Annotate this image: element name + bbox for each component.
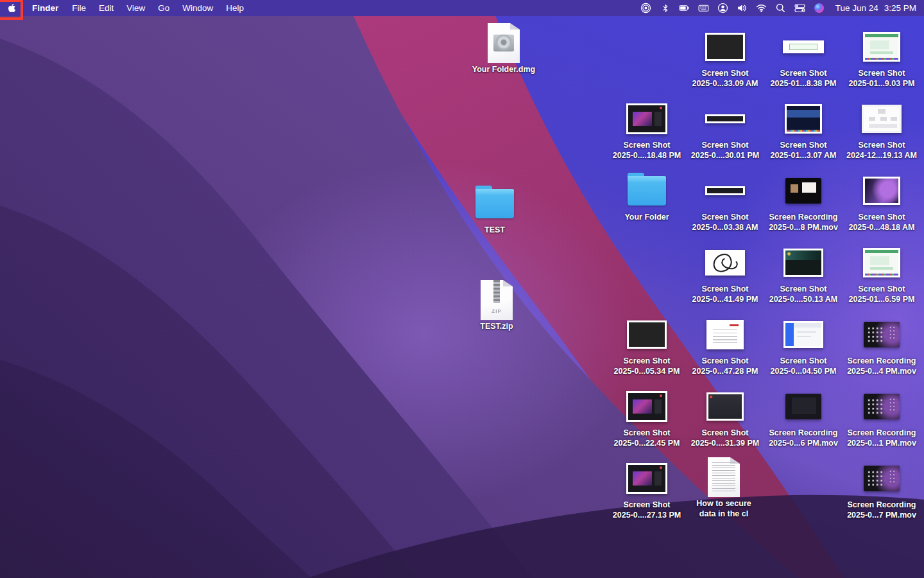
file-label: Screen Shot2025-0...22.45 PM (614, 428, 680, 448)
file-thumbnail (863, 171, 900, 211)
menu-item-view[interactable]: View (120, 0, 151, 16)
desktop-icon[interactable]: Screen Recording2025-0...4 PM.mov (841, 315, 922, 376)
file-thumbnail (864, 387, 900, 426)
file-thumbnail (626, 99, 667, 139)
clock-time: 3:25 PM (884, 3, 916, 13)
file-label: Your Folder (624, 213, 669, 223)
desktop-icon[interactable]: Screen Shot2025-01...3.07 AM (763, 99, 844, 161)
desktop-icon[interactable]: Your Folder (606, 171, 687, 223)
file-thumbnail (783, 243, 823, 283)
file-thumbnail (628, 171, 666, 211)
file-thumbnail-art (626, 463, 667, 494)
desktop-icon[interactable]: TEST (454, 184, 535, 236)
battery-icon[interactable] (675, 0, 694, 16)
file-thumbnail (705, 243, 745, 283)
file-label: Screen Shot2025-0....18.48 PM (613, 141, 681, 161)
siri-icon[interactable] (810, 0, 829, 16)
file-thumbnail (488, 23, 520, 63)
desktop-icon[interactable]: Screen Shot2025-0...41.49 PM (685, 243, 766, 304)
file-thumbnail-art (785, 394, 821, 419)
menu-bar: Finder File Edit View Go Window Help (0, 0, 924, 16)
file-label: Screen Shot2025-0...47.28 PM (692, 356, 758, 376)
file-thumbnail-art (862, 105, 902, 133)
spotlight-search-icon[interactable] (771, 0, 791, 16)
file-thumbnail (864, 315, 900, 355)
desktop-icon[interactable]: Screen Shot2025-0....50.13 AM (763, 243, 844, 304)
file-thumbnail (863, 243, 900, 283)
file-label: Screen Shot2025-01...9.03 PM (849, 69, 915, 89)
airplay-icon[interactable] (637, 0, 656, 16)
control-center-icon[interactable] (791, 0, 810, 16)
desktop-icon[interactable]: Screen Shot2025-0...05.34 PM (606, 315, 687, 376)
file-label: Screen Shot2025-0...03.38 AM (692, 213, 758, 232)
file-thumbnail-art (626, 391, 667, 422)
file-label: Screen Shot2025-01...8.38 PM (771, 69, 837, 89)
keyboard-input-icon[interactable] (694, 0, 714, 16)
desktop-icon[interactable]: Your Folder.dmg (463, 23, 544, 75)
file-label: Screen Shot2025-0...05.34 PM (614, 356, 680, 376)
file-thumbnail-art (705, 186, 745, 195)
file-label: TEST.zip (480, 322, 513, 332)
desktop-icon[interactable]: Screen Recording2025-0...8 PM.mov (763, 171, 844, 232)
file-label: Screen Shot2025-0...04.50 PM (771, 356, 837, 376)
desktop-icon[interactable]: Screen Shot2025-01...9.03 PM (841, 27, 922, 89)
file-label: Screen Shot2025-0....30.01 PM (691, 141, 759, 161)
menu-item-window[interactable]: Window (176, 0, 219, 16)
file-thumbnail-art (706, 392, 744, 421)
menu-item-help[interactable]: Help (219, 0, 250, 16)
file-thumbnail (626, 387, 667, 426)
desktop-icon[interactable]: Screen Shot2025-0....31.39 PM (685, 387, 766, 448)
desktop-icon[interactable]: Screen Shot2025-0....30.01 PM (685, 99, 766, 161)
file-label: Screen Recording2025-0...1 PM.mov (847, 428, 916, 448)
volume-icon[interactable] (733, 0, 752, 16)
file-label: Screen Shot2025-0....50.13 AM (769, 285, 838, 304)
menu-bar-clock[interactable]: Tue Jun 24 3:25 PM (835, 3, 916, 13)
file-thumbnail: ZIP (481, 280, 513, 320)
desktop-icon[interactable]: Screen Shot2024-12...19.13 AM (841, 99, 922, 161)
desktop-icon[interactable]: Screen Recording2025-0...7 PM.mov (841, 459, 922, 520)
file-thumbnail (708, 457, 740, 497)
file-thumbnail (705, 171, 745, 211)
desktop-icon[interactable]: Screen Shot2025-0....18.48 PM (606, 99, 687, 161)
user-switch-icon[interactable] (714, 0, 733, 16)
file-thumbnail-art (627, 320, 667, 349)
desktop-icon[interactable]: Screen Shot2025-0...33.09 AM (685, 27, 766, 89)
desktop-icon[interactable]: Screen Shot2025-0...48.18 AM (841, 171, 922, 232)
menu-item-file[interactable]: File (65, 0, 92, 16)
file-thumbnail-art (705, 114, 745, 123)
file-label: Screen Recording2025-0...8 PM.mov (769, 213, 838, 232)
desktop-icon[interactable]: ZIP TEST.zip (456, 280, 537, 332)
file-thumbnail (783, 315, 823, 355)
bluetooth-icon[interactable] (656, 0, 675, 16)
desktop-icon[interactable]: Screen Shot2025-0...03.38 AM (685, 171, 766, 232)
file-label: Screen Shot2025-0...41.49 PM (692, 285, 758, 304)
menu-item-edit[interactable]: Edit (92, 0, 120, 16)
desktop-icon[interactable]: Screen Shot2025-0...04.50 PM (763, 315, 844, 376)
file-thumbnail-art (626, 103, 667, 134)
desktop-icon[interactable]: Screen Recording2025-0...6 PM.mov (763, 387, 844, 448)
file-label: Screen Recording2025-0...7 PM.mov (847, 500, 916, 520)
desktop-icons-layer: Your Folder.dmg TEST ZIP TEST.zip (0, 0, 924, 578)
desktop-icon[interactable]: Screen Shot2025-01...8.38 PM (763, 27, 844, 89)
wifi-icon[interactable] (752, 0, 771, 16)
file-thumbnail (785, 99, 822, 139)
file-thumbnail-art (783, 40, 824, 53)
file-label: Screen Shot2025-0....31.39 PM (691, 428, 759, 448)
desktop-icon[interactable]: How to securedata in the cl (683, 457, 764, 519)
file-label: Screen Shot2025-01...6.59 PM (849, 285, 915, 304)
desktop-icon[interactable]: Screen Shot2025-0...47.28 PM (685, 315, 766, 376)
file-thumbnail-art (864, 394, 900, 419)
desktop-icon[interactable]: Screen Recording2025-0...1 PM.mov (841, 387, 922, 448)
file-thumbnail (705, 99, 745, 139)
desktop-icon[interactable]: Screen Shot2025-01...6.59 PM (841, 243, 922, 304)
apple-menu[interactable] (0, 0, 23, 16)
file-thumbnail (626, 459, 667, 498)
file-label: Screen Shot2025-0...48.18 AM (848, 213, 914, 232)
file-type-badge: ZIP (481, 308, 513, 314)
file-thumbnail-art (628, 176, 666, 206)
desktop-icon[interactable]: Screen Shot2025-0....27.13 PM (606, 459, 687, 520)
desktop-icon[interactable]: Screen Shot2025-0...22.45 PM (606, 387, 687, 448)
file-thumbnail-art (705, 33, 745, 61)
menu-item-finder[interactable]: Finder (23, 0, 65, 16)
menu-item-go[interactable]: Go (151, 0, 176, 16)
